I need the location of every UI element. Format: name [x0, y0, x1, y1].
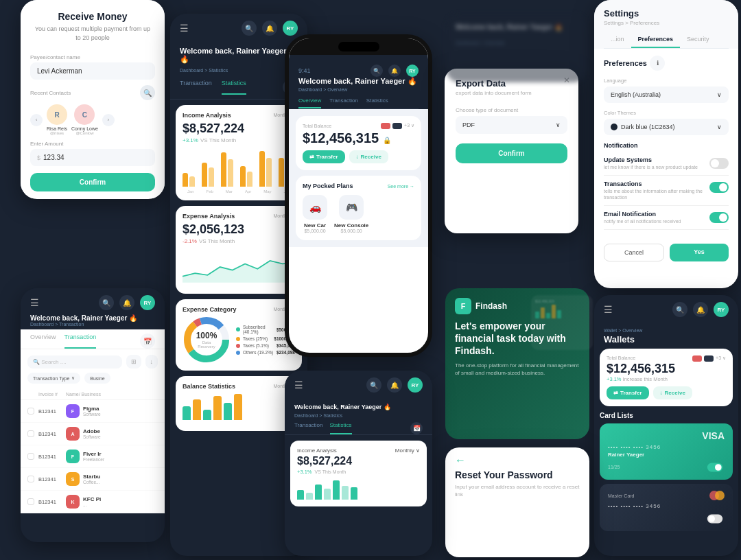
contact-item[interactable]: C Conny Lowe @Conlow: [71, 104, 98, 135]
card-expiry: 11/25: [608, 465, 620, 469]
income-filter[interactable]: Monthly ∨: [395, 447, 420, 454]
table-row[interactable]: B12341 K KFC Pi ...: [21, 491, 165, 513]
mastercard[interactable]: Master Card •••• •••• •••• 3456: [600, 484, 733, 531]
income-change-label: VS This Month: [200, 137, 236, 143]
bell-icon[interactable]: 🔔: [262, 21, 277, 36]
mc-active-toggle[interactable]: [707, 515, 722, 524]
visa-card[interactable]: VISA •••• •••• •••• 3456 Rainer Yaeger 1…: [600, 423, 733, 480]
income-card: Income Analysis Monthly ∨ $8,527,224 +3.…: [290, 441, 427, 506]
menu-icon[interactable]: ☰: [30, 297, 39, 308]
color-select[interactable]: Dark blue (1C2634) ∨: [604, 119, 729, 135]
avatar[interactable]: RY: [714, 302, 729, 317]
tab-general[interactable]: ...ion: [604, 32, 631, 48]
avatar[interactable]: RY: [283, 21, 298, 36]
payee-input[interactable]: Levi Ackerman: [30, 62, 155, 80]
search-icon[interactable]: 🔍: [366, 377, 381, 393]
business-filter[interactable]: Busine: [84, 373, 110, 384]
filter-button[interactable]: ⊞: [126, 355, 141, 369]
prev-contact-btn[interactable]: ‹: [30, 114, 43, 126]
see-more-link[interactable]: See more →: [388, 184, 414, 189]
bell-icon[interactable]: 🔔: [388, 65, 401, 77]
wallets-card: ☰ 🔍 🔔 RY Wallet > Overview Wallets Total…: [594, 295, 738, 556]
main-phone-card: 9:41 🔍 🔔 RY Welcome back, Rainer Yaeger …: [285, 34, 432, 357]
chevron-down-icon: ∨: [717, 124, 722, 130]
settings-title: Settings: [604, 8, 729, 19]
tab-transaction[interactable]: Transaction: [329, 97, 358, 108]
avatar[interactable]: RY: [406, 65, 419, 77]
bell-icon[interactable]: 🔔: [693, 302, 708, 317]
wallet-balance-card: Total Balance +3 ∨ $12,456,315 +3.1% Inc…: [600, 349, 733, 406]
search-icon[interactable]: 🔍: [242, 21, 257, 36]
tab-transaction[interactable]: Transaction: [64, 334, 97, 349]
back-arrow[interactable]: ←: [445, 447, 589, 469]
chevron-down-icon: ∨: [556, 121, 561, 128]
amount-input[interactable]: $ 123.34: [30, 149, 155, 166]
donut-chart: 100% Data Recovery: [183, 316, 231, 364]
next-contact-btn[interactable]: ›: [102, 114, 115, 126]
search-input[interactable]: 🔍 Search ....: [27, 355, 122, 369]
receive-button[interactable]: ↓ Receive: [349, 150, 388, 163]
doc-type-select[interactable]: PDF ∨: [456, 116, 567, 134]
cancel-button[interactable]: Cancel: [604, 244, 664, 261]
calendar-icon[interactable]: 📅: [410, 422, 423, 434]
wallet-balance-amount: $12,456,315: [607, 362, 726, 376]
update-toggle[interactable]: [709, 158, 729, 169]
notification-title: Notification: [604, 142, 729, 149]
tab-preferences[interactable]: Preferences: [631, 32, 681, 48]
tab-overview[interactable]: Overview: [298, 97, 321, 108]
table-row[interactable]: B12341 A Adobe Software: [21, 423, 165, 445]
transfer-button[interactable]: ⇄ Transfer: [607, 386, 649, 399]
table-row[interactable]: B12341 F Fiver Ir Freelancer: [21, 445, 165, 468]
search-icon[interactable]: 🔍: [370, 65, 383, 77]
tab-transaction[interactable]: Transaction: [294, 422, 323, 434]
tab-statistics[interactable]: Statistics: [222, 80, 246, 95]
tab-security[interactable]: Security: [680, 32, 716, 48]
bell-icon[interactable]: 🔔: [119, 295, 134, 310]
income-title: Income Analysis: [183, 112, 231, 119]
avatar[interactable]: RY: [140, 295, 155, 310]
yes-button[interactable]: Yes: [670, 244, 729, 261]
update-title: Update Systems: [604, 156, 698, 163]
email-notif-toggle[interactable]: [709, 212, 729, 223]
transactions-toggle[interactable]: [709, 182, 729, 193]
table-row[interactable]: B12341 F Figma Software: [21, 400, 165, 423]
settings-breadcrumb: Settings > Preferences: [604, 20, 729, 26]
transfer-button[interactable]: ⇄ Transfer: [303, 150, 345, 163]
receive-button[interactable]: ↓ Receive: [653, 386, 692, 399]
avatar[interactable]: RY: [408, 377, 423, 393]
pocket-item-console[interactable]: 🎮 New Console $5,000.00: [334, 195, 368, 233]
income-change: +3.1%: [297, 469, 311, 475]
confirm-button[interactable]: Confirm: [30, 173, 155, 191]
language-select[interactable]: English (Australia) ∨: [604, 86, 729, 103]
search-icon[interactable]: 🔍: [140, 85, 155, 100]
chart-labels: JanFebMarAprMayJun: [183, 189, 295, 194]
search-icon[interactable]: 🔍: [99, 295, 114, 310]
col-name: Name/ Business: [66, 392, 158, 397]
income-amount: $8,527,224: [297, 455, 420, 467]
amount-label: Enter Amount: [30, 141, 155, 147]
tab-statistics[interactable]: Statistics: [330, 422, 352, 434]
card-active-toggle[interactable]: [707, 463, 722, 472]
card-icon-visa: [392, 123, 402, 129]
tab-overview[interactable]: Overview: [30, 334, 56, 349]
pocket-item-car[interactable]: 🚗 New Car $5,000.00: [303, 195, 327, 233]
tab-statistics[interactable]: Statistics: [366, 97, 388, 108]
search-icon[interactable]: 🔍: [672, 302, 687, 317]
tab-transaction[interactable]: Transaction: [180, 80, 212, 95]
calendar-icon[interactable]: 📅: [140, 334, 155, 349]
income-title: Income Analysis: [297, 447, 337, 454]
export-confirm-button[interactable]: Confirm: [456, 143, 567, 163]
download-button[interactable]: ↓: [145, 355, 158, 369]
menu-icon[interactable]: ☰: [180, 23, 189, 34]
sb-welcome: Welcome back, Rainer Yaeger 🔥: [285, 397, 432, 413]
table-row[interactable]: B12341 S Starbu Coffee...: [21, 468, 165, 491]
bell-icon[interactable]: 🔔: [387, 377, 402, 393]
amount-value: 123.34: [43, 154, 64, 161]
menu-icon[interactable]: ☰: [294, 380, 303, 390]
cards-count: +3 ∨: [404, 123, 414, 129]
expense-change: -2.1%: [183, 238, 197, 244]
contact-item[interactable]: R Risa Reis @riises: [47, 104, 67, 135]
color-value: Dark blue (1C2634): [621, 124, 675, 130]
type-filter[interactable]: Transaction Type ∨: [27, 373, 80, 384]
menu-icon[interactable]: ☰: [604, 304, 613, 315]
